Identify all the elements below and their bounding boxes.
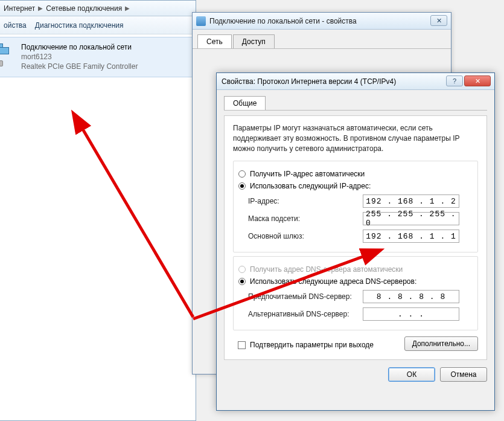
checkbox-label: Подтвердить параметры при выходе — [250, 341, 374, 349]
tab-sharing[interactable]: Доступ — [233, 34, 275, 48]
label-alternate-dns: Альтернативный DNS-сервер: — [248, 310, 363, 318]
close-button[interactable] — [464, 76, 491, 86]
radio-label: Получить IP-адрес автоматически — [250, 170, 365, 178]
radio-icon[interactable] — [238, 170, 246, 178]
connection-item[interactable]: Подключение по локальной сети mort6123 R… — [0, 37, 193, 77]
radio-auto-dns: Получить адрес DNS-сервера автоматически — [238, 265, 477, 274]
checkbox-validate[interactable] — [238, 341, 246, 349]
radio-auto-ip[interactable]: Получить IP-адрес автоматически — [238, 170, 477, 178]
advanced-button[interactable]: Дополнительно... — [404, 336, 478, 351]
input-ip-address[interactable]: 192 . 168 . 1 . 2 — [363, 194, 459, 208]
tab-network[interactable]: Сеть — [197, 34, 232, 48]
tab-general[interactable]: Общие — [224, 96, 266, 110]
cancel-button[interactable]: Отмена — [440, 367, 487, 382]
breadcrumb[interactable]: Интернет ▶ Сетевые подключения ▶ — [0, 1, 196, 16]
chevron-right-icon: ▶ — [125, 5, 130, 11]
input-subnet-mask[interactable]: 255 . 255 . 255 . 0 — [363, 212, 459, 225]
toolbar-item-diagnose[interactable]: Диагностика подключения — [35, 21, 124, 30]
input-preferred-dns[interactable]: 8 . 8 . 8 . 8 — [363, 290, 459, 303]
connection-user: mort6123 — [21, 52, 138, 62]
network-connections-window: Интернет ▶ Сетевые подключения ▶ ойства … — [0, 0, 196, 421]
label-preferred-dns: Предпочитаемый DNS-сервер: — [248, 292, 363, 301]
connection-text: Подключение по локальной сети mort6123 R… — [21, 42, 138, 72]
ipv4-properties-window: Свойства: Протокол Интернета версии 4 (T… — [216, 72, 495, 411]
close-button[interactable]: ✕ — [430, 15, 447, 26]
radio-label: Получить адрес DNS-сервера автоматически — [250, 265, 403, 274]
description-text: Параметры IP могут назначаться автоматич… — [233, 123, 478, 153]
dialog-buttons: ОК Отмена — [224, 367, 487, 382]
dns-group: Получить адрес DNS-сервера автоматически… — [233, 256, 478, 330]
radio-icon[interactable] — [238, 182, 246, 190]
input-default-gateway[interactable]: 192 . 168 . 1 . 1 — [363, 230, 459, 243]
label-ip: IP-адрес: — [248, 197, 363, 205]
breadcrumb-item[interactable]: Интернет — [4, 4, 35, 13]
breadcrumb-item[interactable]: Сетевые подключения — [46, 4, 122, 13]
input-alternate-dns[interactable]: . . . — [363, 307, 459, 321]
help-button[interactable] — [446, 76, 463, 86]
radio-label: Использовать следующие адреса DNS-сервер… — [250, 277, 416, 286]
toolbar: ойства Диагностика подключения — [0, 16, 196, 34]
radio-manual-ip[interactable]: Использовать следующий IP-адрес: — [238, 182, 477, 190]
ipv4-panel: Параметры IP могут назначаться автоматич… — [224, 115, 487, 360]
window-title: Подключение по локальной сети - свойства — [209, 17, 357, 25]
network-adapter-icon — [0, 42, 16, 66]
toolbar-item-properties[interactable]: ойства — [4, 21, 27, 30]
label-subnet-mask: Маска подсети: — [248, 214, 363, 223]
ok-button[interactable]: ОК — [388, 367, 435, 382]
titlebar[interactable]: Подключение по локальной сети - свойства… — [193, 13, 451, 30]
radio-label: Использовать следующий IP-адрес: — [250, 182, 371, 190]
radio-manual-dns[interactable]: Использовать следующие адреса DNS-сервер… — [238, 277, 477, 286]
label-gateway: Основной шлюз: — [248, 232, 363, 240]
connection-title: Подключение по локальной сети — [21, 42, 138, 52]
window-title: Свойства: Протокол Интернета версии 4 (T… — [222, 77, 396, 86]
radio-icon[interactable] — [238, 278, 246, 285]
chevron-right-icon: ▶ — [38, 5, 43, 11]
connection-adapter: Realtek PCIe GBE Family Controller — [21, 62, 138, 71]
window-icon — [196, 16, 206, 26]
tab-row: Общие — [224, 96, 487, 111]
tab-row: Сеть Доступ — [193, 30, 451, 49]
titlebar[interactable]: Свойства: Протокол Интернета версии 4 (T… — [217, 73, 494, 90]
radio-icon — [238, 266, 246, 273]
ip-group: Получить IP-адрес автоматически Использо… — [233, 161, 478, 252]
